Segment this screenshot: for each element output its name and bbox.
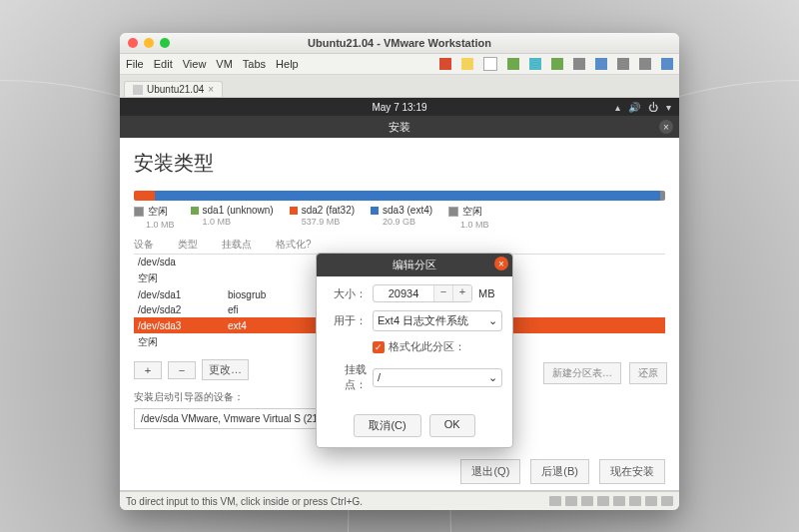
dialog-title: 编辑分区 ×	[317, 254, 512, 276]
device-icon[interactable]	[661, 496, 673, 506]
chevron-down-icon: ▾	[666, 102, 671, 113]
checked-icon: ✓	[373, 341, 385, 353]
menu-tabs[interactable]: Tabs	[243, 58, 266, 70]
menu-edit[interactable]: Edit	[154, 58, 173, 70]
device-icon[interactable]	[629, 496, 641, 506]
disk-usage-bar	[134, 191, 665, 201]
tab-close-icon[interactable]: ×	[208, 84, 214, 95]
toolbar-icon[interactable]	[439, 58, 451, 70]
installer-titlebar: 安装 ×	[120, 116, 679, 138]
cancel-button[interactable]: 取消(C)	[354, 414, 420, 437]
page-title: 安装类型	[134, 150, 665, 177]
device-icon[interactable]	[549, 496, 561, 506]
sound-icon: 🔊	[628, 102, 640, 113]
status-icons	[549, 496, 673, 506]
dialog-close-icon[interactable]: ×	[494, 257, 508, 270]
menu-file[interactable]: File	[126, 58, 144, 70]
installer-title: 安装	[389, 120, 410, 135]
size-label: 大小：	[327, 286, 367, 301]
maximize-dot[interactable]	[160, 38, 170, 48]
host-menubar: File Edit View VM Tabs Help	[120, 54, 679, 75]
ok-button[interactable]: OK	[429, 414, 475, 437]
toolbar-icon[interactable]	[573, 58, 585, 70]
size-stepper[interactable]: 20934 − +	[373, 284, 472, 302]
close-dot[interactable]	[128, 38, 138, 48]
change-partition-button[interactable]: 更改…	[202, 359, 249, 380]
edit-partition-dialog: 编辑分区 × 大小： 20934 − + MB 用于： Ext4 日志文件系统 …	[316, 253, 513, 448]
vm-tab-label: Ubuntu21.04	[147, 84, 204, 95]
chevron-down-icon: ⌄	[488, 371, 497, 384]
minimize-dot[interactable]	[144, 38, 154, 48]
device-icon[interactable]	[597, 496, 609, 506]
remove-partition-button[interactable]: −	[168, 361, 196, 379]
chevron-down-icon: ⌄	[488, 314, 497, 327]
device-icon[interactable]	[613, 496, 625, 506]
mount-label: 挂载点：	[327, 362, 367, 392]
menu-help[interactable]: Help	[276, 58, 299, 70]
partition-legend: 空闲1.0 MB sda1 (unknown)1.0 MB sda2 (fat3…	[134, 205, 665, 230]
add-partition-button[interactable]: +	[134, 361, 162, 379]
use-label: 用于：	[327, 313, 367, 328]
installer-footer: 退出(Q) 后退(B) 现在安装	[460, 459, 665, 484]
new-partition-table-button[interactable]: 新建分区表…	[543, 362, 621, 384]
device-icon[interactable]	[581, 496, 593, 506]
host-title: Ubuntu21.04 - VMware Workstation	[176, 37, 623, 49]
tab-icon	[133, 85, 143, 95]
size-unit: MB	[478, 287, 495, 299]
vm-tab[interactable]: Ubuntu21.04 ×	[124, 81, 223, 97]
mount-dropdown[interactable]: / ⌄	[373, 368, 502, 387]
status-hint: To direct input to this VM, click inside…	[126, 496, 363, 507]
installer-close-icon[interactable]: ×	[659, 120, 673, 134]
toolbar-icon[interactable]	[551, 58, 563, 70]
back-button[interactable]: 后退(B)	[530, 459, 589, 484]
install-button[interactable]: 现在安装	[599, 459, 665, 484]
power-icon: ⏻	[648, 102, 658, 113]
toolbar-icon[interactable]	[461, 58, 473, 70]
quit-button[interactable]: 退出(Q)	[460, 459, 520, 484]
toolbar-icon[interactable]	[507, 58, 519, 70]
network-icon: ▴	[615, 102, 620, 113]
device-icon[interactable]	[565, 496, 577, 506]
use-dropdown[interactable]: Ext4 日志文件系统 ⌄	[373, 310, 502, 331]
host-statusbar: To direct input to this VM, click inside…	[120, 491, 679, 510]
size-plus[interactable]: +	[452, 285, 471, 301]
toolbar-icon[interactable]	[639, 58, 651, 70]
gnome-top-bar: May 7 13:19 ▴ 🔊 ⏻ ▾	[120, 98, 679, 116]
device-icon[interactable]	[645, 496, 657, 506]
size-value[interactable]: 20934	[374, 285, 433, 301]
toolbar-icon[interactable]	[529, 58, 541, 70]
host-titlebar: Ubuntu21.04 - VMware Workstation	[120, 33, 679, 54]
menu-view[interactable]: View	[183, 58, 207, 70]
size-minus[interactable]: −	[433, 285, 452, 301]
toolbar-icon[interactable]	[661, 58, 673, 70]
gnome-tray[interactable]: ▴ 🔊 ⏻ ▾	[615, 102, 671, 113]
gnome-clock: May 7 13:19	[372, 102, 426, 113]
format-checkbox-row[interactable]: ✓ 格式化此分区：	[373, 339, 502, 354]
toolbar-icon[interactable]	[483, 57, 497, 71]
table-side-actions: 新建分区表… 还原	[543, 362, 667, 384]
toolbar-icon[interactable]	[617, 58, 629, 70]
menu-vm[interactable]: VM	[216, 58, 233, 70]
revert-button[interactable]: 还原	[629, 362, 667, 384]
host-tabs: Ubuntu21.04 ×	[120, 75, 679, 98]
toolbar-icon[interactable]	[595, 58, 607, 70]
